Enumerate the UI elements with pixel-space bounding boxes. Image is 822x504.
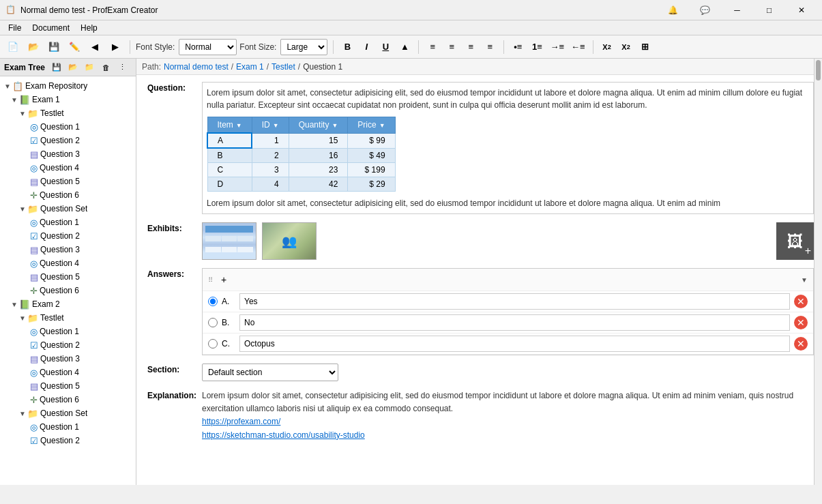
tree-item-qs2-q1[interactable]: ◎ Question 1 [0, 420, 136, 434]
menu-file[interactable]: File [3, 22, 27, 34]
chat-btn[interactable]: 💬 [690, 0, 720, 20]
tree-item-e1-q5[interactable]: ▤ Question 5 [0, 175, 136, 188]
right-scrollbar[interactable] [814, 59, 822, 485]
tree-item-exam-repo[interactable]: ▼ 📋 Exam Repository [0, 79, 136, 93]
answer-letter-c: C. [222, 339, 235, 349]
exhibit-thumb-0[interactable] [202, 222, 256, 260]
tree-item-e2-q3[interactable]: ▤ Question 3 [0, 352, 136, 366]
breadcrumb-item-2[interactable]: Testlet [271, 62, 295, 72]
superscript-btn[interactable]: X2 [618, 39, 634, 55]
sidebar-save-btn[interactable]: 💾 [49, 60, 64, 75]
tree-item-testlet1[interactable]: ▼ 📁 Testlet [0, 106, 136, 120]
tree-item-e1-q1[interactable]: ◎ Question 1 [0, 120, 136, 134]
align-center-btn[interactable]: ≡ [443, 39, 460, 55]
notification-btn[interactable]: 🔔 [658, 0, 688, 20]
tree-label-qs1-q2: Question 2 [40, 231, 80, 241]
numbered-list-btn[interactable]: 1≡ [529, 39, 545, 55]
exhibit-thumb-1[interactable]: 👥 [262, 222, 317, 260]
tree-item-e2-q4[interactable]: ◎ Question 4 [0, 366, 136, 379]
breadcrumb-item-0[interactable]: Normal demo test [164, 62, 229, 72]
indent-btn[interactable]: →≡ [548, 39, 566, 55]
editor-area[interactable]: Question: Lorem ipsum dolor sit amet, co… [136, 75, 814, 485]
close-btn[interactable]: ✕ [786, 0, 817, 20]
add-answer-btn[interactable]: + [216, 271, 232, 288]
tree-item-e1-q2[interactable]: ☑ Question 2 [0, 134, 136, 147]
answer-radio-c[interactable] [208, 339, 218, 349]
sidebar-add-btn[interactable]: 📁 [82, 60, 97, 75]
font-style-select[interactable]: Normal Heading 1 Heading 2 Heading 3 [179, 39, 237, 55]
answer-radio-a[interactable] [208, 297, 218, 306]
align-left-btn[interactable]: ≡ [424, 39, 441, 55]
underline-btn[interactable]: U [377, 39, 394, 55]
font-size-select[interactable]: Small Normal Large Huge [280, 39, 327, 55]
tree-item-qs1-q1[interactable]: ◎ Question 1 [0, 216, 136, 229]
toolbar-save-btn[interactable]: 💾 [45, 38, 63, 56]
tree-item-e1-q4[interactable]: ◎ Question 4 [0, 161, 136, 175]
answer-row-a: A. ✕ [203, 291, 813, 312]
explanation-link2[interactable]: https://sketchman-studio.com/usability-s… [202, 430, 365, 440]
tree-item-exam2[interactable]: ▼ 📗 Exam 2 [0, 297, 136, 311]
tree-item-qset2[interactable]: ▼ 📁 Question Set [0, 406, 136, 420]
tree-item-qs1-q6[interactable]: ✛ Question 6 [0, 284, 136, 297]
breadcrumb-item-1[interactable]: Exam 1 [236, 62, 264, 72]
tree-label-e1-q1: Question 1 [40, 122, 80, 132]
tree-item-qs2-q2[interactable]: ☑ Question 2 [0, 434, 136, 447]
align-right-btn[interactable]: ≡ [463, 39, 479, 55]
special-btn[interactable]: ⊞ [637, 39, 654, 55]
tree-item-qs1-q5[interactable]: ▤ Question 5 [0, 270, 136, 284]
tree-item-qs1-q4[interactable]: ◎ Question 4 [0, 256, 136, 270]
tree-item-e1-q3[interactable]: ▤ Question 3 [0, 147, 136, 161]
toolbar-back-btn[interactable]: ◀ [86, 38, 104, 56]
tree-item-e2-q5[interactable]: ▤ Question 5 [0, 379, 136, 393]
drag-handle[interactable]: ⠿ [208, 276, 213, 284]
tree-item-qs1-q2[interactable]: ☑ Question 2 [0, 229, 136, 243]
answer-delete-c[interactable]: ✕ [794, 337, 808, 351]
menu-help[interactable]: Help [75, 22, 103, 34]
explanation-link1[interactable]: https://profexam.com/ [202, 417, 280, 426]
table-header-id: ID▼ [252, 117, 289, 134]
toolbar-edit-btn[interactable]: ✏️ [65, 38, 83, 56]
answers-dropdown-arrow[interactable]: ▼ [801, 276, 808, 284]
subscript-btn[interactable]: X2 [599, 39, 615, 55]
sidebar-folder-btn[interactable]: 📂 [65, 60, 80, 75]
answer-input-c[interactable] [239, 336, 790, 352]
italic-btn[interactable]: I [358, 39, 375, 55]
minimize-btn[interactable]: ─ [722, 0, 752, 20]
answer-delete-b[interactable]: ✕ [794, 316, 808, 329]
tree-item-e2-q1[interactable]: ◎ Question 1 [0, 325, 136, 338]
table-cell-c-qty: 23 [289, 163, 348, 177]
toolbar: 📄 📂 💾 ✏️ ◀ ▶ Font Style: Normal Heading … [0, 35, 822, 59]
highlight-btn[interactable]: ▲ [396, 39, 413, 55]
tree-item-e2-q6[interactable]: ✛ Question 6 [0, 393, 136, 406]
tree-item-exam1[interactable]: ▼ 📗 Exam 1 [0, 93, 136, 106]
sidebar-more-btn[interactable]: ⋮ [115, 60, 130, 75]
maximize-btn[interactable]: □ [754, 0, 784, 20]
breadcrumb-sep-0: / [231, 62, 233, 72]
align-justify-btn[interactable]: ≡ [482, 39, 498, 55]
answer-input-b[interactable] [239, 314, 790, 331]
answer-delete-a[interactable]: ✕ [794, 295, 808, 308]
toolbar-forward-btn[interactable]: ▶ [106, 38, 124, 56]
table-cell-a-item[interactable]: A [207, 133, 252, 148]
answer-input-a[interactable] [239, 293, 790, 310]
tree-item-e1-q6[interactable]: ✛ Question 6 [0, 188, 136, 202]
bullet-list-btn[interactable]: •≡ [510, 39, 526, 55]
tree-arrow-qset1: ▼ [18, 204, 27, 213]
sidebar-delete-btn[interactable]: 🗑 [98, 60, 113, 75]
toolbar-new-btn[interactable]: 📄 [4, 38, 22, 56]
answer-radio-b[interactable] [208, 318, 218, 327]
outdent-btn[interactable]: ←≡ [569, 39, 587, 55]
question-table[interactable]: Item▼ ID▼ Quantity▼ Price▼ [207, 117, 396, 192]
breadcrumb-item-3: Question 1 [303, 62, 342, 72]
tree-area[interactable]: ▼ 📋 Exam Repository ▼ 📗 Exam 1 ▼ 📁 Testl… [0, 76, 136, 485]
tree-item-qset1[interactable]: ▼ 📁 Question Set [0, 202, 136, 216]
tree-item-testlet2[interactable]: ▼ 📁 Testlet [0, 311, 136, 325]
add-exhibit-btn[interactable]: 🖼 + [776, 222, 814, 260]
menu-document[interactable]: Document [27, 22, 75, 34]
section-select[interactable]: Default section [202, 364, 338, 381]
toolbar-open-btn[interactable]: 📂 [25, 38, 42, 56]
qs1-q6-icon: ✛ [30, 286, 38, 296]
tree-item-qs1-q3[interactable]: ▤ Question 3 [0, 243, 136, 256]
bold-btn[interactable]: B [339, 39, 355, 55]
tree-item-e2-q2[interactable]: ☑ Question 2 [0, 338, 136, 352]
